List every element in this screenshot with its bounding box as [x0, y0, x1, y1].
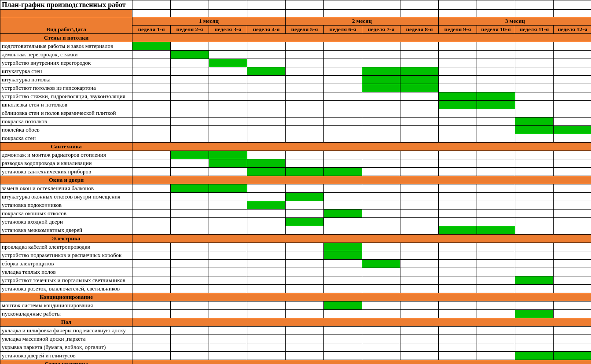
- gantt-cell: [439, 226, 477, 235]
- gantt-cell: [209, 76, 247, 84]
- week-header: неделя 11-я: [515, 26, 554, 34]
- task-label: демонтаж и монтаж радиаторов отопления: [0, 151, 132, 159]
- gantt-cell: [554, 352, 591, 360]
- gantt-cell: [554, 218, 591, 226]
- gantt-cell: [515, 310, 554, 318]
- gantt-cell: [247, 42, 286, 51]
- gantt-cell: [286, 343, 324, 352]
- gantt-cell: [515, 352, 554, 360]
- gantt-cell: [132, 285, 171, 293]
- gantt-cell: [439, 92, 477, 101]
- task-row: облицовка стен и полов керамической плит…: [0, 109, 591, 118]
- gantt-cell: [209, 210, 247, 218]
- gantt-cell: [171, 126, 209, 134]
- gantt-cell: [400, 151, 439, 159]
- gantt-cell: [209, 352, 247, 360]
- task-label: покраска оконных откосов: [0, 210, 132, 218]
- gantt-cell: [477, 118, 515, 126]
- gantt-cell: [400, 301, 439, 310]
- gantt-cell: [171, 251, 209, 260]
- gantt-cell: [554, 118, 591, 126]
- gantt-cell: [439, 327, 477, 335]
- gantt-cell: [439, 84, 477, 92]
- month-header: 2 месяц: [286, 17, 439, 26]
- task-row: покраска потолков: [0, 118, 591, 126]
- gantt-cell: [132, 243, 171, 251]
- gantt-cell: [171, 159, 209, 168]
- gantt-cell: [247, 151, 286, 159]
- gantt-cell: [477, 92, 515, 101]
- gantt-cell: [515, 210, 554, 218]
- gantt-cell: [362, 268, 400, 276]
- task-row: замена окон и остекленения балконов: [0, 184, 591, 193]
- gantt-cell: [209, 327, 247, 335]
- gantt-cell: [209, 184, 247, 193]
- task-row: подготовительные работы и завоз материал…: [0, 42, 591, 51]
- gantt-cell: [171, 301, 209, 310]
- gantt-cell: [171, 343, 209, 352]
- gantt-cell: [286, 76, 324, 84]
- section-header: Стены и потолки: [0, 34, 132, 42]
- gantt-cell: [400, 226, 439, 235]
- week-header: неделя 7-я: [362, 26, 400, 34]
- gantt-cell: [324, 67, 362, 76]
- gantt-cell: [400, 184, 439, 193]
- gantt-cell: [247, 301, 286, 310]
- gantt-cell: [362, 118, 400, 126]
- gantt-cell: [554, 251, 591, 260]
- gantt-cell: [362, 67, 400, 76]
- gantt-cell: [171, 151, 209, 159]
- gantt-cell: [324, 310, 362, 318]
- gantt-cell: [171, 310, 209, 318]
- gantt-cell: [554, 327, 591, 335]
- gantt-cell: [554, 335, 591, 343]
- gantt-cell: [209, 335, 247, 343]
- task-row: штукатурка оконных откосов внутри помеще…: [0, 193, 591, 201]
- task-row: укладка и шлифовка фанеры под массивную …: [0, 327, 591, 335]
- gantt-cell: [209, 276, 247, 285]
- gantt-cell: [400, 76, 439, 84]
- gantt-cell: [286, 42, 324, 51]
- gantt-cell: [171, 42, 209, 51]
- gantt-cell: [286, 285, 324, 293]
- gantt-cell: [171, 134, 209, 143]
- gantt-cell: [400, 218, 439, 226]
- spacer-row: [0, 10, 591, 17]
- task-label: демонтаж перегородок, стяжки: [0, 51, 132, 59]
- section-span: [132, 235, 591, 243]
- gantt-cell: [324, 327, 362, 335]
- task-label: пусконаладчные работы: [0, 310, 132, 318]
- gantt-cell: [247, 59, 286, 67]
- gantt-cell: [400, 84, 439, 92]
- gantt-cell: [324, 126, 362, 134]
- task-row: установка дверей и плинтусов: [0, 352, 591, 360]
- gantt-cell: [132, 109, 171, 118]
- gantt-cell: [554, 193, 591, 201]
- gantt-cell: [515, 193, 554, 201]
- gantt-cell: [400, 134, 439, 143]
- gantt-cell: [400, 268, 439, 276]
- gantt-cell: [286, 193, 324, 201]
- gantt-cell: [209, 201, 247, 210]
- gantt-cell: [132, 76, 171, 84]
- gantt-cell: [477, 327, 515, 335]
- gantt-cell: [324, 51, 362, 59]
- task-row: укрывка паркета (бумага, войлок, оргалит…: [0, 343, 591, 352]
- gantt-cell: [477, 343, 515, 352]
- gantt-cell: [554, 101, 591, 109]
- section-span: [132, 360, 591, 364]
- gantt-cell: [400, 310, 439, 318]
- task-row: сборка электрощитов: [0, 260, 591, 268]
- gantt-cell: [247, 226, 286, 235]
- week-header: неделя 1-я: [132, 26, 171, 34]
- gantt-cell: [439, 76, 477, 84]
- gantt-cell: [209, 260, 247, 268]
- gantt-cell: [209, 226, 247, 235]
- gantt-cell: [515, 184, 554, 193]
- gantt-cell: [362, 76, 400, 84]
- gantt-cell: [286, 218, 324, 226]
- gantt-cell: [400, 42, 439, 51]
- gantt-cell: [247, 335, 286, 343]
- section-row: Электрика: [0, 235, 591, 243]
- gantt-cell: [209, 101, 247, 109]
